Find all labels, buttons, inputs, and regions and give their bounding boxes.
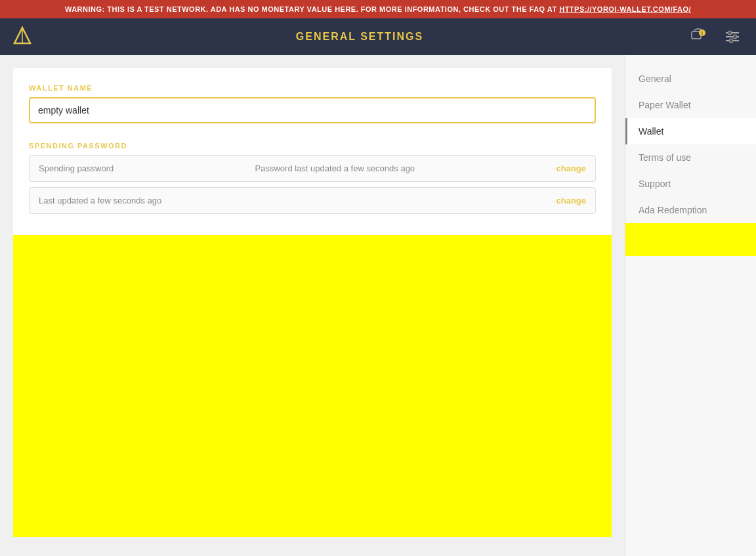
logo	[10, 25, 34, 49]
last-updated-text-1: Password last updated a few seconds ago	[255, 163, 415, 173]
svg-point-9	[728, 31, 732, 35]
sidebar-item-terms-label: Terms of use	[639, 152, 691, 163]
spending-password-row-2: Last updated a few seconds ago change	[29, 187, 596, 214]
page-title: GENERAL SETTINGS	[296, 31, 423, 43]
spending-password-label: SPENDING PASSWORD	[29, 142, 596, 150]
sidebar-item-ada-redemption[interactable]: Ada Redemption	[625, 197, 756, 223]
spending-password-row-1: Spending password Password last updated …	[29, 155, 596, 182]
spending-section: SPENDING PASSWORD Spending password Pass…	[29, 142, 596, 214]
sidebar-item-support[interactable]: Support	[625, 171, 756, 197]
sidebar-item-wallet[interactable]: Wallet	[625, 118, 756, 144]
yellow-content-block	[13, 235, 612, 537]
sidebar-item-wallet-label: Wallet	[639, 126, 663, 137]
sliders-icon	[723, 28, 742, 46]
wallet-name-label: WALLET NAME	[29, 84, 596, 92]
warning-text: WARNING: THIS IS A TEST NETWORK. ADA HAS…	[65, 5, 559, 13]
nav-icons: !	[685, 24, 746, 50]
warning-banner: WARNING: THIS IS A TEST NETWORK. ADA HAS…	[0, 0, 756, 18]
settings-card: WALLET NAME SPENDING PASSWORD Spending p…	[13, 68, 612, 235]
main-layout: WALLET NAME SPENDING PASSWORD Spending p…	[0, 55, 756, 556]
yoroi-logo-icon	[10, 25, 34, 49]
change-password-button-2[interactable]: change	[556, 196, 586, 205]
spending-password-description: Spending password	[39, 163, 114, 173]
sidebar-item-terms-of-use[interactable]: Terms of use	[625, 144, 756, 171]
settings-button[interactable]	[719, 24, 746, 50]
notification-icon: !	[689, 28, 707, 46]
notification-button[interactable]: !	[685, 24, 711, 50]
sidebar: General Paper Wallet Wallet Terms of use…	[625, 55, 756, 556]
change-password-button-1[interactable]: change	[556, 163, 586, 173]
svg-point-11	[729, 39, 733, 43]
sidebar-item-general-label: General	[639, 74, 671, 84]
wallet-name-input[interactable]	[29, 97, 596, 123]
svg-text:!: !	[702, 31, 703, 35]
top-nav: GENERAL SETTINGS !	[0, 18, 756, 55]
sidebar-yellow-bottom	[625, 223, 756, 256]
svg-point-10	[733, 35, 737, 39]
warning-link[interactable]: HTTPS://YOROI-WALLET.COM/FAQ/	[559, 5, 691, 13]
last-updated-text-2: Last updated a few seconds ago	[39, 196, 161, 205]
content-area: WALLET NAME SPENDING PASSWORD Spending p…	[0, 55, 625, 556]
sidebar-item-ada-label: Ada Redemption	[639, 205, 707, 215]
sidebar-item-general[interactable]: General	[625, 66, 756, 92]
sidebar-item-paper-wallet[interactable]: Paper Wallet	[625, 92, 756, 118]
sidebar-item-support-label: Support	[639, 179, 671, 189]
sidebar-item-paper-wallet-label: Paper Wallet	[639, 100, 691, 110]
